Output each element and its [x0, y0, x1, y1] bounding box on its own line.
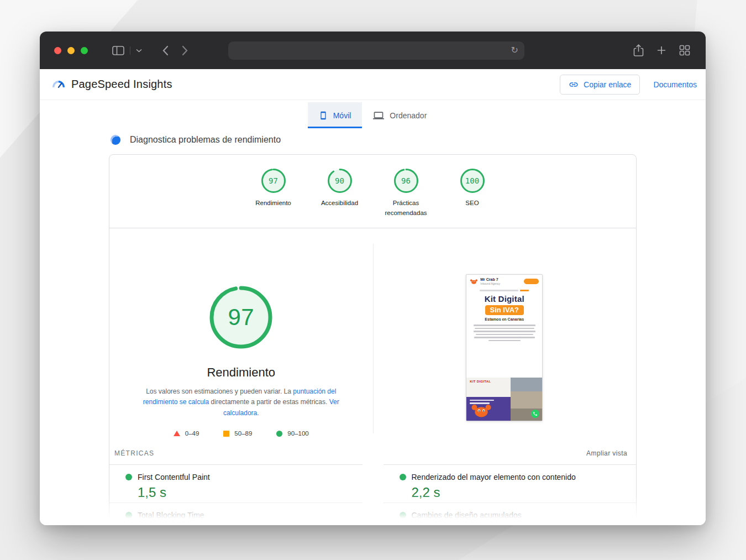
performance-score-value: 97 — [208, 284, 274, 350]
plus-icon — [656, 45, 666, 55]
text-placeholder-line — [520, 290, 529, 291]
text-placeholder-line — [474, 325, 535, 326]
green-circle-icon — [276, 431, 282, 437]
page-title: PageSpeed Insights — [71, 78, 172, 91]
metric-status-good-icon — [125, 474, 132, 480]
text-placeholder-line — [475, 328, 534, 329]
reload-button[interactable]: ↻ — [511, 46, 518, 55]
metric-row-fcp: First Contentful Paint 1,5 s — [109, 464, 363, 503]
performance-gauge-section: 97 Rendimiento Los valores son estimacio… — [109, 228, 373, 449]
score-value: 97 — [261, 168, 286, 193]
thumbnail-text-line — [466, 290, 542, 291]
red-triangle-icon — [174, 431, 180, 436]
thumbnail-paragraph — [473, 325, 535, 341]
sidebar-icon — [112, 46, 124, 55]
report-card: 97 Rendimiento 90 Accesibilidad — [109, 154, 637, 525]
device-tabs: Móvil Ordenador — [40, 102, 706, 128]
metric-label: Renderizado del mayor elemento con conte… — [412, 473, 576, 482]
score-label: SEO — [465, 198, 479, 208]
sidebar-toggle-button[interactable] — [111, 45, 125, 56]
score-gauge-accessibility[interactable]: 90 Accesibilidad — [311, 168, 369, 208]
zoom-window-button[interactable] — [81, 47, 88, 54]
orange-square-icon — [223, 431, 229, 437]
thumbnail-highlight: Sin IVA? — [485, 305, 524, 315]
close-window-button[interactable] — [54, 47, 61, 54]
score-gauge-seo[interactable]: 100 SEO — [443, 168, 502, 208]
vertical-divider — [373, 244, 374, 433]
sidebar-chevron-button[interactable] — [135, 48, 143, 54]
thumbnail-header: Mr Crab 7 Inbound Agency — [466, 275, 542, 287]
window-controls — [54, 47, 88, 54]
text-placeholder-line — [470, 400, 494, 401]
whatsapp-phone-icon — [533, 411, 538, 416]
grid-icon — [679, 45, 690, 56]
smartphone-icon — [319, 111, 328, 120]
chevron-left-icon — [162, 45, 169, 56]
legend-range: 0–49 — [185, 430, 199, 437]
metric-row-cls: Cambios de diseño acumulados — [383, 503, 637, 525]
expand-view-button[interactable]: Ampliar vista — [586, 449, 627, 457]
score-gauge-best-practices[interactable]: 96 Prácticas recomendadas — [377, 168, 435, 218]
tab-desktop[interactable]: Ordenador — [362, 102, 438, 128]
link-icon — [569, 80, 579, 90]
metric-status-good-icon — [125, 512, 132, 519]
metric-status-good-icon — [400, 512, 406, 519]
metric-row-tbt: Total Blocking Time — [109, 503, 363, 525]
metrics-section-title: MÉTRICAS — [114, 449, 154, 457]
metric-label: First Contentful Paint — [138, 473, 210, 482]
page-screenshot-thumbnail[interactable]: Mr Crab 7 Inbound Agency Kit Digital Sin… — [466, 274, 543, 421]
legend-item-pass: 90–100 — [276, 430, 308, 437]
metric-label: Total Blocking Time — [138, 511, 204, 520]
score-description: Los valores son estimaciones y pueden va… — [143, 386, 339, 419]
minimize-window-button[interactable] — [67, 47, 75, 54]
back-button[interactable] — [161, 44, 170, 57]
metric-value: 1,5 s — [138, 485, 363, 500]
tab-overview-button[interactable] — [678, 44, 691, 57]
score-label: Accesibilidad — [321, 198, 358, 208]
score-value: 100 — [460, 168, 485, 193]
pagespeed-logo-icon — [51, 77, 66, 92]
metric-value: 2,2 s — [412, 485, 637, 500]
performance-gauge-label: Rendimiento — [207, 365, 275, 380]
description-text: Los valores son estimaciones y pueden va… — [146, 388, 293, 395]
legend-item-average: 50–89 — [223, 430, 252, 437]
metric-label: Cambios de diseño acumulados — [412, 511, 522, 520]
thumbnail-brand-name: Mr Crab 7 — [480, 278, 500, 282]
text-placeholder-line — [476, 334, 533, 336]
new-tab-button[interactable] — [655, 44, 668, 56]
tab-mobile[interactable]: Móvil — [308, 102, 363, 128]
browser-toolbar: ↻ — [40, 32, 706, 69]
browser-window: ↻ — [40, 32, 706, 525]
text-placeholder-line — [480, 290, 518, 291]
reload-icon: ↻ — [511, 45, 518, 55]
chevron-right-icon — [182, 45, 188, 56]
legend-item-fail: 0–49 — [174, 430, 199, 437]
laptop-icon — [373, 110, 384, 121]
diagnostics-icon — [111, 135, 120, 145]
documents-link[interactable]: Documentos — [653, 80, 697, 89]
tab-mobile-label: Móvil — [333, 111, 351, 120]
thumbnail-subtitle: Estamos en Canarias — [466, 317, 542, 321]
thumbnail-hero-image: KIT DIGITAL — [466, 378, 542, 421]
metric-value — [412, 523, 637, 525]
score-label: Rendimiento — [255, 198, 291, 208]
performance-gauge: 97 — [208, 284, 274, 350]
thumbnail-brand-subtitle: Inbound Agency — [480, 282, 500, 285]
kit-digital-logo: KIT DIGITAL — [466, 378, 510, 383]
share-button[interactable] — [632, 43, 645, 58]
toolbar-divider — [130, 46, 130, 55]
text-placeholder-line — [488, 340, 521, 342]
thumbnail-cta-button — [524, 279, 539, 284]
crab-logo-icon — [470, 278, 478, 285]
address-bar[interactable]: ↻ — [228, 41, 524, 60]
score-label: Prácticas recomendadas — [381, 198, 432, 218]
category-scores: 97 Rendimiento 90 Accesibilidad — [109, 155, 636, 228]
forward-button[interactable] — [181, 44, 190, 57]
copy-link-button[interactable]: Copiar enlace — [560, 75, 640, 95]
legend-range: 90–100 — [287, 430, 308, 437]
description-text: directamente a partir de estas métricas. — [209, 398, 329, 406]
text-placeholder-line — [474, 337, 535, 338]
metric-status-good-icon — [400, 474, 406, 480]
score-gauge-performance[interactable]: 97 Rendimiento — [244, 168, 303, 208]
whatsapp-button — [531, 410, 539, 418]
